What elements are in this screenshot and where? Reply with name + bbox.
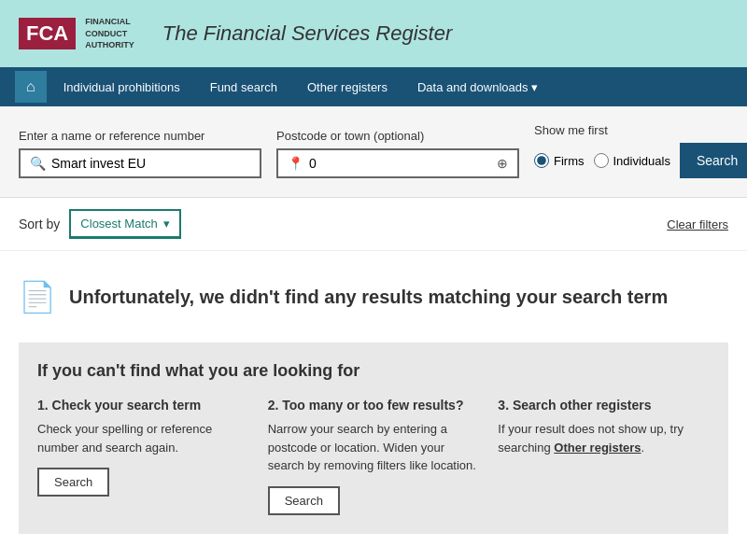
help-box: If you can't find what you are looking f… xyxy=(19,343,728,534)
clear-filters-link[interactable]: Clear filters xyxy=(667,217,728,231)
help-title: If you can't find what you are looking f… xyxy=(37,361,710,381)
help-col-3: 3. Search other registers If your result… xyxy=(498,398,710,515)
help-col-3-title: 3. Search other registers xyxy=(498,398,710,413)
name-input-wrapper: 🔍 xyxy=(19,148,261,178)
help-col-2-text: Narrow your search by entering a postcod… xyxy=(268,420,480,475)
help-col-2-title: 2. Too many or too few results? xyxy=(268,398,480,413)
sort-bar: Sort by Closest Match ▾ Clear filters xyxy=(0,198,747,251)
show-me-label: Show me first xyxy=(534,123,747,137)
search-area: Enter a name or reference number 🔍 Postc… xyxy=(0,106,747,198)
search-icon: 🔍 xyxy=(30,156,46,171)
name-label: Enter a name or reference number xyxy=(19,129,261,143)
chevron-down-icon: ▾ xyxy=(163,217,170,231)
main-search-button[interactable]: Search xyxy=(680,143,747,178)
chevron-down-icon: ▾ xyxy=(531,80,538,94)
sort-value: Closest Match xyxy=(80,217,157,231)
gps-icon[interactable]: ⊕ xyxy=(497,156,508,171)
postcode-input[interactable] xyxy=(309,156,497,171)
sort-dropdown[interactable]: Closest Match ▾ xyxy=(69,209,180,239)
name-input[interactable] xyxy=(51,156,250,171)
org-name: FINANCIAL CONDUCT AUTHORITY xyxy=(85,16,134,51)
radio-group: Firms Individuals Search xyxy=(534,143,747,178)
help-col-1-title: 1. Check your search term xyxy=(37,398,249,413)
no-results-banner: 📄 Unfortunately, we didn't find any resu… xyxy=(19,270,728,324)
postcode-label: Postcode or town (optional) xyxy=(276,129,519,143)
warning-icon: 📄 xyxy=(19,279,56,315)
help-col-3-text: If your result does not show up, try sea… xyxy=(498,420,710,456)
fca-logo: FCA xyxy=(19,18,76,49)
help-search-button-1[interactable]: Search xyxy=(37,468,109,497)
main-nav: ⌂ Individual prohibitions Fund search Ot… xyxy=(0,67,747,106)
other-registers-link[interactable]: Other registers xyxy=(554,441,641,455)
sort-by-label: Sort by xyxy=(19,217,60,231)
postcode-field-group: Postcode or town (optional) 📍 ⊕ xyxy=(276,129,519,178)
nav-data-downloads[interactable]: Data and downloads ▾ xyxy=(404,73,552,102)
postcode-input-wrapper: 📍 ⊕ xyxy=(276,148,519,178)
home-button[interactable]: ⌂ xyxy=(15,71,47,103)
nav-fund-search[interactable]: Fund search xyxy=(197,73,290,102)
search-row: Enter a name or reference number 🔍 Postc… xyxy=(19,123,728,178)
help-search-button-2[interactable]: Search xyxy=(268,486,340,515)
help-columns: 1. Check your search term Check your spe… xyxy=(37,398,710,515)
name-field-group: Enter a name or reference number 🔍 xyxy=(19,129,261,178)
help-col-1-text: Check your spelling or reference number … xyxy=(37,420,249,456)
site-title: The Financial Services Register xyxy=(162,21,453,46)
help-col-2: 2. Too many or too few results? Narrow y… xyxy=(268,398,480,515)
location-icon: 📍 xyxy=(288,156,303,171)
radio-individuals-option[interactable]: Individuals xyxy=(594,153,670,168)
nav-individual-prohibitions[interactable]: Individual prohibitions xyxy=(50,73,193,102)
radio-firms-option[interactable]: Firms xyxy=(534,153,585,168)
radio-individuals[interactable] xyxy=(594,153,609,168)
show-me-group: Show me first Firms Individuals Search xyxy=(534,123,747,178)
no-results-message: Unfortunately, we didn't find any result… xyxy=(69,287,668,308)
no-results-area: 📄 Unfortunately, we didn't find any resu… xyxy=(0,251,747,333)
help-col-1: 1. Check your search term Check your spe… xyxy=(37,398,249,515)
logo-area: FCA FINANCIAL CONDUCT AUTHORITY xyxy=(19,16,134,51)
sort-left: Sort by Closest Match ▾ xyxy=(19,209,181,239)
nav-other-registers[interactable]: Other registers xyxy=(294,73,401,102)
header: FCA FINANCIAL CONDUCT AUTHORITY The Fina… xyxy=(0,0,747,67)
radio-firms[interactable] xyxy=(534,153,549,168)
